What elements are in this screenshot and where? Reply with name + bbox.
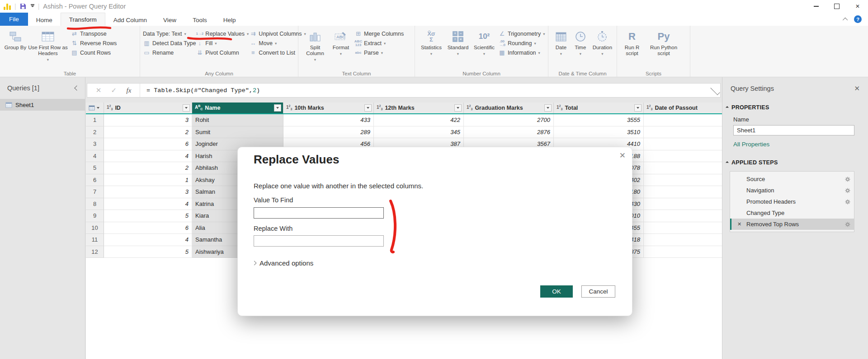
cell-id[interactable]: 4 xyxy=(104,198,192,210)
cell-date[interactable] xyxy=(644,174,722,186)
row-number[interactable]: 9 xyxy=(86,210,104,222)
row-number[interactable]: 10 xyxy=(86,222,104,234)
formula-input[interactable]: = Table.Skip(#"Changed Type",2) xyxy=(140,87,710,94)
tab-transform[interactable]: Transform xyxy=(61,13,105,26)
time-button[interactable]: Time ▾ xyxy=(571,27,590,57)
collapse-ribbon-icon[interactable] xyxy=(843,17,848,22)
row-number[interactable]: 2 xyxy=(86,126,104,139)
convert-to-list-button[interactable]: ≡Convert to List xyxy=(249,48,306,57)
ok-button[interactable]: OK xyxy=(540,285,573,298)
applied-step-promoted-headers[interactable]: Promoted Headers xyxy=(730,196,854,207)
pivot-column-button[interactable]: ⇊Pivot Column xyxy=(196,48,246,57)
rename-button[interactable]: ▭Rename xyxy=(143,48,196,57)
cell-name[interactable]: Sumit xyxy=(192,126,283,139)
duration-button[interactable]: Duration ▾ xyxy=(590,27,615,57)
count-rows-button[interactable]: ▤Count Rows xyxy=(71,48,117,57)
row-number[interactable]: 11 xyxy=(86,234,104,246)
filter-dropdown-button[interactable] xyxy=(183,104,190,112)
save-icon[interactable] xyxy=(20,3,26,9)
tab-home[interactable]: Home xyxy=(28,14,61,26)
cell-date[interactable] xyxy=(644,150,722,163)
fill-button[interactable]: ↓Fill▾ xyxy=(196,38,246,48)
column-header-id[interactable]: 123ID xyxy=(104,103,192,113)
close-button[interactable]: ✕ xyxy=(847,0,868,13)
quick-access-caret-icon[interactable] xyxy=(31,5,34,7)
formula-fx-icon[interactable]: fx xyxy=(126,87,131,94)
applied-step-navigation[interactable]: Navigation xyxy=(730,185,854,196)
delete-step-icon[interactable]: ✕ xyxy=(737,221,741,227)
column-header-grad[interactable]: 123Graduation Marks xyxy=(464,103,554,113)
step-settings-gear-icon[interactable] xyxy=(845,188,850,193)
standard-button[interactable]: +−÷× Standard ▾ xyxy=(445,27,471,57)
filter-dropdown-button[interactable] xyxy=(364,104,372,112)
cell-id[interactable]: 2 xyxy=(104,162,192,174)
transpose-button[interactable]: ⇄Transpose xyxy=(71,29,117,38)
cell-date[interactable] xyxy=(644,114,722,126)
all-properties-link[interactable]: All Properties xyxy=(733,141,868,148)
row-number[interactable]: 5 xyxy=(86,162,104,174)
row-number[interactable]: 6 xyxy=(86,174,104,186)
reverse-rows-button[interactable]: ⇅Reverse Rows xyxy=(71,38,117,48)
unpivot-columns-button[interactable]: ⇉Unpivot Columns▾ xyxy=(249,29,306,38)
cell-date[interactable] xyxy=(644,198,722,210)
column-header-m12[interactable]: 12312th Marks xyxy=(374,103,464,113)
formula-expand-icon[interactable] xyxy=(710,85,720,95)
cell-m12[interactable]: 345 xyxy=(374,126,464,139)
tab-tools[interactable]: Tools xyxy=(184,14,215,26)
query-name-input[interactable] xyxy=(733,125,854,135)
applied-step-changed-type[interactable]: Changed Type xyxy=(730,207,854,219)
formula-commit-icon[interactable]: ✓ xyxy=(111,86,117,94)
extract-button[interactable]: ABC123Extract▾ xyxy=(354,38,404,48)
cell-date[interactable] xyxy=(644,138,722,150)
use-first-row-button[interactable]: Use First Row as Headers ▾ xyxy=(28,27,68,63)
cell-id[interactable]: 5 xyxy=(104,246,192,258)
query-item-sheet1[interactable]: Sheet1 xyxy=(0,99,85,111)
date-button[interactable]: Date ▾ xyxy=(551,27,571,57)
cell-m10[interactable]: 433 xyxy=(283,114,374,126)
cell-id[interactable]: 6 xyxy=(104,138,192,150)
minimize-button[interactable] xyxy=(806,0,826,13)
help-icon[interactable]: ? xyxy=(854,15,862,23)
cell-date[interactable] xyxy=(644,234,722,246)
replace-with-input[interactable] xyxy=(254,235,384,247)
group-by-button[interactable]: Group By xyxy=(3,27,28,51)
tab-help[interactable]: Help xyxy=(215,14,244,26)
cell-date[interactable] xyxy=(644,222,722,234)
row-number[interactable]: 1 xyxy=(86,114,104,126)
parse-button[interactable]: abcParse▾ xyxy=(354,48,404,57)
run-python-script-button[interactable]: Py Run Python script xyxy=(644,27,683,56)
information-button[interactable]: ▦Information▾ xyxy=(498,48,545,57)
cell-date[interactable] xyxy=(644,126,722,139)
move-button[interactable]: ↔Move▾ xyxy=(249,38,306,48)
cell-id[interactable]: 6 xyxy=(104,222,192,234)
step-settings-gear-icon[interactable] xyxy=(845,177,850,182)
row-number[interactable]: 8 xyxy=(86,198,104,210)
cell-m12[interactable]: 422 xyxy=(374,114,464,126)
cell-id[interactable]: 3 xyxy=(104,114,192,126)
format-button[interactable]: ABC Format ▾ xyxy=(329,27,353,57)
trigonometry-button[interactable]: ∠Trigonometry▾ xyxy=(498,29,545,38)
row-number[interactable]: 4 xyxy=(86,150,104,163)
value-to-find-input[interactable] xyxy=(254,207,384,219)
filter-dropdown-button[interactable] xyxy=(274,104,281,112)
step-settings-gear-icon[interactable] xyxy=(845,222,850,227)
filter-dropdown-button[interactable] xyxy=(634,104,642,112)
data-type-button[interactable]: Data Type: Text▾ xyxy=(143,29,196,38)
row-number[interactable]: 3 xyxy=(86,138,104,150)
cell-total[interactable]: 3510 xyxy=(554,126,644,139)
column-header-name[interactable]: ABCName xyxy=(192,103,283,113)
applied-step-removed-top-rows[interactable]: ✕Removed Top Rows xyxy=(730,219,854,230)
dialog-close-icon[interactable]: ✕ xyxy=(619,151,626,160)
close-settings-icon[interactable]: ✕ xyxy=(854,84,860,93)
tab-view[interactable]: View xyxy=(155,14,184,26)
filter-dropdown-button[interactable] xyxy=(454,104,462,112)
cell-id[interactable]: 1 xyxy=(104,174,192,186)
step-settings-gear-icon[interactable] xyxy=(845,199,850,205)
detect-data-type-button[interactable]: ▥Detect Data Type xyxy=(143,38,196,48)
applied-step-source[interactable]: Source xyxy=(730,173,854,185)
properties-section-header[interactable]: PROPERTIES xyxy=(726,104,868,111)
collapse-queries-panel-icon[interactable] xyxy=(74,85,79,90)
cell-grad[interactable]: 2876 xyxy=(464,126,554,139)
maximize-button[interactable] xyxy=(826,0,847,13)
cell-date[interactable] xyxy=(644,186,722,198)
